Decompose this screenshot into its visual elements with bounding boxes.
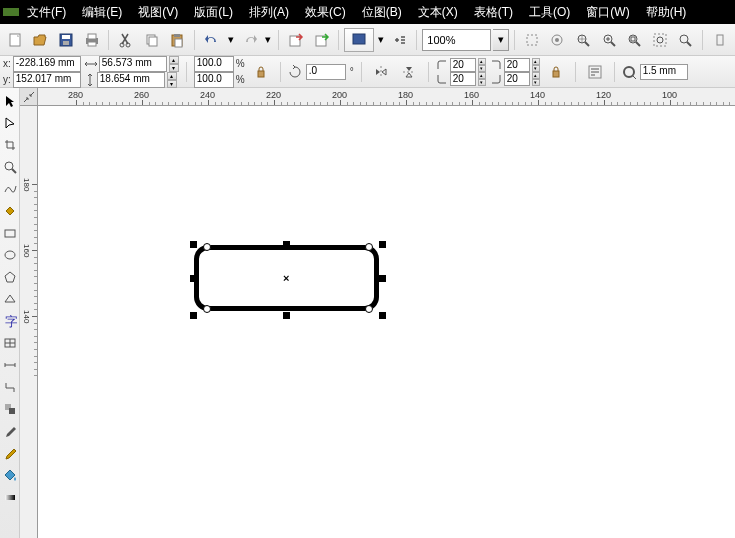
menu-layout[interactable]: 版面(L) [186, 0, 241, 25]
zoom-in-icon[interactable] [597, 28, 621, 52]
basic-shapes-icon[interactable] [1, 288, 19, 310]
menu-text[interactable]: 文本(X) [410, 0, 466, 25]
horizontal-ruler[interactable]: 280260240220200180160140120100 [38, 88, 735, 106]
height-input[interactable]: 18.654 mm [97, 72, 165, 88]
text-tool-icon[interactable]: 字 [1, 310, 19, 332]
app-launcher-icon[interactable] [344, 28, 374, 52]
zoom-tool-icon[interactable] [1, 156, 19, 178]
menu-file[interactable]: 文件(F) [19, 0, 74, 25]
snap-icon[interactable] [520, 28, 544, 52]
menu-help[interactable]: 帮助(H) [638, 0, 695, 25]
zoom-dropdown-icon[interactable]: ▾ [493, 29, 509, 51]
selection-handle-r[interactable] [379, 275, 386, 282]
selection-handle-t[interactable] [283, 241, 290, 248]
mirror-h-icon[interactable] [369, 60, 393, 84]
open-icon[interactable] [29, 28, 53, 52]
selection-handle-tl[interactable] [190, 241, 197, 248]
zoom-fit-icon[interactable] [674, 28, 698, 52]
undo-dropdown-icon[interactable]: ▾ [226, 28, 236, 52]
cut-icon[interactable] [114, 28, 138, 52]
fill-tool-icon[interactable] [1, 464, 19, 486]
zoom-page-icon[interactable] [622, 28, 646, 52]
import-icon[interactable] [284, 28, 308, 52]
app-launcher-dropdown[interactable]: ▾ [376, 28, 386, 52]
corner-tr-input[interactable]: 20 [504, 58, 530, 72]
corner-node-tr[interactable] [365, 243, 373, 251]
new-icon[interactable] [3, 28, 27, 52]
options-icon[interactable] [546, 28, 570, 52]
menu-effects[interactable]: 效果(C) [297, 0, 354, 25]
ellipse-tool-icon[interactable] [1, 244, 19, 266]
y-position-input[interactable]: 152.017 mm [13, 72, 81, 88]
scale-x-input[interactable]: 100.0 [194, 56, 234, 72]
outline-width-input[interactable]: 1.5 mm [640, 64, 688, 80]
selection-handle-b[interactable] [283, 312, 290, 319]
paste-icon[interactable] [166, 28, 190, 52]
rotation-input[interactable]: .0 [306, 64, 346, 80]
corner-node-tl[interactable] [203, 243, 211, 251]
selection-handle-br[interactable] [379, 312, 386, 319]
corner-node-bl[interactable] [203, 305, 211, 313]
save-icon[interactable] [54, 28, 78, 52]
scale-y-input[interactable]: 100.0 [194, 72, 234, 88]
ruler-origin[interactable] [20, 88, 38, 106]
redo-dropdown-icon[interactable]: ▾ [263, 28, 273, 52]
app-icon[interactable] [3, 8, 19, 16]
dimension-tool-icon[interactable] [1, 354, 19, 376]
svg-rect-39 [5, 495, 15, 500]
width-input[interactable]: 56.573 mm [99, 56, 167, 72]
interactive-tool-icon[interactable] [1, 398, 19, 420]
zoom-all-icon[interactable] [571, 28, 595, 52]
print-icon[interactable] [80, 28, 104, 52]
corner-bl-input[interactable]: 20 [450, 72, 476, 86]
x-position-input[interactable]: -228.169 mm [13, 56, 81, 72]
menu-edit[interactable]: 编辑(E) [74, 0, 130, 25]
shape-tool-icon[interactable] [1, 112, 19, 134]
corner-lock-icon[interactable] [544, 60, 568, 84]
menu-bitmap[interactable]: 位图(B) [354, 0, 410, 25]
height-up[interactable]: ▴ [167, 72, 177, 80]
undo-icon[interactable] [200, 28, 224, 52]
menu-window[interactable]: 窗口(W) [578, 0, 637, 25]
redo-icon[interactable] [238, 28, 262, 52]
corner-node-br[interactable] [365, 305, 373, 313]
selection-handle-bl[interactable] [190, 312, 197, 319]
table-tool-icon[interactable] [1, 332, 19, 354]
welcome-icon[interactable] [388, 28, 412, 52]
snapping-icon[interactable] [708, 28, 732, 52]
corner-br-input[interactable]: 20 [504, 72, 530, 86]
zoom-selection-icon[interactable] [648, 28, 672, 52]
selection-handle-tr[interactable] [379, 241, 386, 248]
height-down[interactable]: ▾ [167, 80, 177, 88]
selection-center-icon[interactable]: × [283, 272, 289, 284]
export-icon[interactable] [310, 28, 334, 52]
rectangle-tool-icon[interactable] [1, 222, 19, 244]
ruler-h-tick: 240 [200, 90, 215, 100]
menu-arrange[interactable]: 排列(A) [241, 0, 297, 25]
eyedropper-tool-icon[interactable] [1, 420, 19, 442]
crop-tool-icon[interactable] [1, 134, 19, 156]
zoom-level-input[interactable]: 100% [422, 29, 491, 51]
canvas[interactable]: × [38, 106, 735, 538]
svg-rect-16 [353, 34, 365, 44]
vertical-ruler[interactable]: 180160140 [20, 106, 38, 538]
width-down[interactable]: ▾ [169, 64, 179, 72]
width-up[interactable]: ▴ [169, 56, 179, 64]
selection-handle-l[interactable] [190, 275, 197, 282]
menu-view[interactable]: 视图(V) [130, 0, 186, 25]
smart-fill-icon[interactable] [1, 200, 19, 222]
wrap-text-icon[interactable] [583, 60, 607, 84]
pick-tool-icon[interactable] [1, 90, 19, 112]
copy-icon[interactable] [140, 28, 164, 52]
menu-tools[interactable]: 工具(O) [521, 0, 578, 25]
mirror-v-icon[interactable] [397, 60, 421, 84]
menu-table[interactable]: 表格(T) [466, 0, 521, 25]
polygon-tool-icon[interactable] [1, 266, 19, 288]
connector-tool-icon[interactable] [1, 376, 19, 398]
outline-tool-icon[interactable] [1, 442, 19, 464]
freehand-tool-icon[interactable] [1, 178, 19, 200]
interactive-fill-icon[interactable] [1, 486, 19, 508]
lock-ratio-icon[interactable] [249, 60, 273, 84]
corner-tl-input[interactable]: 20 [450, 58, 476, 72]
ruler-v-tick: 140 [22, 310, 31, 323]
